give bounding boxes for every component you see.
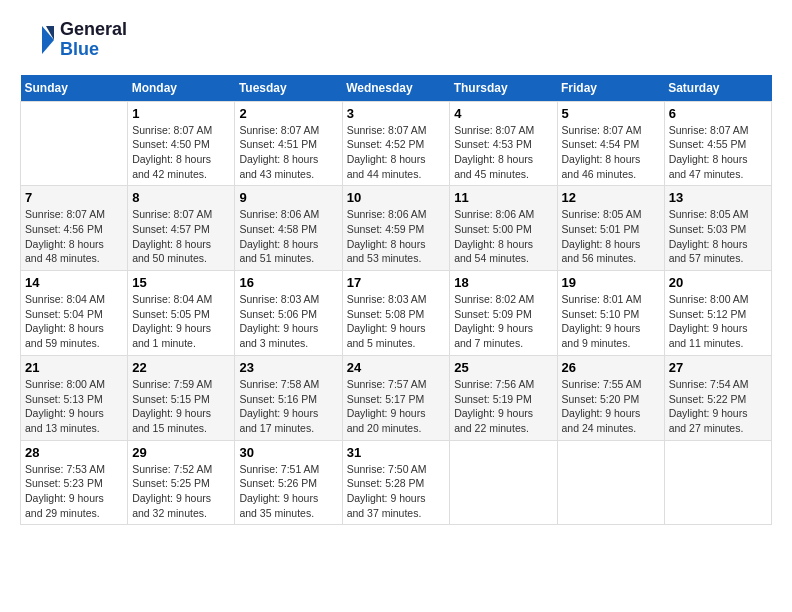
calendar-cell: 12Sunrise: 8:05 AM Sunset: 5:01 PM Dayli… (557, 186, 664, 271)
calendar-week-1: 1Sunrise: 8:07 AM Sunset: 4:50 PM Daylig… (21, 101, 772, 186)
day-number: 10 (347, 190, 446, 205)
calendar-cell: 18Sunrise: 8:02 AM Sunset: 5:09 PM Dayli… (450, 271, 557, 356)
day-header-monday: Monday (128, 75, 235, 102)
day-info: Sunrise: 8:07 AM Sunset: 4:50 PM Dayligh… (132, 123, 230, 182)
calendar-cell: 14Sunrise: 8:04 AM Sunset: 5:04 PM Dayli… (21, 271, 128, 356)
day-info: Sunrise: 8:05 AM Sunset: 5:01 PM Dayligh… (562, 207, 660, 266)
logo: General Blue (20, 20, 127, 60)
day-info: Sunrise: 8:07 AM Sunset: 4:51 PM Dayligh… (239, 123, 337, 182)
day-number: 18 (454, 275, 552, 290)
calendar-cell: 16Sunrise: 8:03 AM Sunset: 5:06 PM Dayli… (235, 271, 342, 356)
day-info: Sunrise: 8:07 AM Sunset: 4:56 PM Dayligh… (25, 207, 123, 266)
day-number: 13 (669, 190, 767, 205)
calendar-cell (664, 440, 771, 525)
day-number: 12 (562, 190, 660, 205)
day-number: 1 (132, 106, 230, 121)
day-info: Sunrise: 8:00 AM Sunset: 5:12 PM Dayligh… (669, 292, 767, 351)
day-number: 15 (132, 275, 230, 290)
day-info: Sunrise: 7:51 AM Sunset: 5:26 PM Dayligh… (239, 462, 337, 521)
day-number: 7 (25, 190, 123, 205)
day-info: Sunrise: 8:07 AM Sunset: 4:55 PM Dayligh… (669, 123, 767, 182)
day-number: 22 (132, 360, 230, 375)
calendar-cell: 13Sunrise: 8:05 AM Sunset: 5:03 PM Dayli… (664, 186, 771, 271)
calendar-cell: 31Sunrise: 7:50 AM Sunset: 5:28 PM Dayli… (342, 440, 450, 525)
calendar-week-5: 28Sunrise: 7:53 AM Sunset: 5:23 PM Dayli… (21, 440, 772, 525)
day-number: 20 (669, 275, 767, 290)
calendar-week-4: 21Sunrise: 8:00 AM Sunset: 5:13 PM Dayli… (21, 355, 772, 440)
day-info: Sunrise: 8:07 AM Sunset: 4:57 PM Dayligh… (132, 207, 230, 266)
calendar-cell: 3Sunrise: 8:07 AM Sunset: 4:52 PM Daylig… (342, 101, 450, 186)
calendar-cell: 23Sunrise: 7:58 AM Sunset: 5:16 PM Dayli… (235, 355, 342, 440)
calendar-cell (450, 440, 557, 525)
calendar-cell: 30Sunrise: 7:51 AM Sunset: 5:26 PM Dayli… (235, 440, 342, 525)
day-info: Sunrise: 8:07 AM Sunset: 4:52 PM Dayligh… (347, 123, 446, 182)
day-info: Sunrise: 7:55 AM Sunset: 5:20 PM Dayligh… (562, 377, 660, 436)
day-number: 17 (347, 275, 446, 290)
calendar-cell: 22Sunrise: 7:59 AM Sunset: 5:15 PM Dayli… (128, 355, 235, 440)
day-number: 25 (454, 360, 552, 375)
day-info: Sunrise: 8:06 AM Sunset: 5:00 PM Dayligh… (454, 207, 552, 266)
day-header-friday: Friday (557, 75, 664, 102)
day-info: Sunrise: 7:53 AM Sunset: 5:23 PM Dayligh… (25, 462, 123, 521)
day-number: 6 (669, 106, 767, 121)
logo-text: General Blue (60, 20, 127, 60)
day-number: 11 (454, 190, 552, 205)
day-info: Sunrise: 8:05 AM Sunset: 5:03 PM Dayligh… (669, 207, 767, 266)
calendar-cell: 28Sunrise: 7:53 AM Sunset: 5:23 PM Dayli… (21, 440, 128, 525)
calendar-cell: 2Sunrise: 8:07 AM Sunset: 4:51 PM Daylig… (235, 101, 342, 186)
day-number: 9 (239, 190, 337, 205)
day-number: 2 (239, 106, 337, 121)
calendar-cell: 1Sunrise: 8:07 AM Sunset: 4:50 PM Daylig… (128, 101, 235, 186)
day-info: Sunrise: 7:56 AM Sunset: 5:19 PM Dayligh… (454, 377, 552, 436)
day-number: 4 (454, 106, 552, 121)
day-info: Sunrise: 8:01 AM Sunset: 5:10 PM Dayligh… (562, 292, 660, 351)
day-info: Sunrise: 8:00 AM Sunset: 5:13 PM Dayligh… (25, 377, 123, 436)
day-info: Sunrise: 8:02 AM Sunset: 5:09 PM Dayligh… (454, 292, 552, 351)
day-number: 16 (239, 275, 337, 290)
calendar-cell: 19Sunrise: 8:01 AM Sunset: 5:10 PM Dayli… (557, 271, 664, 356)
page-header: General Blue (20, 20, 772, 60)
day-number: 30 (239, 445, 337, 460)
day-number: 28 (25, 445, 123, 460)
calendar-cell: 7Sunrise: 8:07 AM Sunset: 4:56 PM Daylig… (21, 186, 128, 271)
calendar-cell: 24Sunrise: 7:57 AM Sunset: 5:17 PM Dayli… (342, 355, 450, 440)
day-info: Sunrise: 7:54 AM Sunset: 5:22 PM Dayligh… (669, 377, 767, 436)
day-info: Sunrise: 8:03 AM Sunset: 5:06 PM Dayligh… (239, 292, 337, 351)
day-info: Sunrise: 7:52 AM Sunset: 5:25 PM Dayligh… (132, 462, 230, 521)
day-number: 31 (347, 445, 446, 460)
day-number: 21 (25, 360, 123, 375)
calendar-cell: 26Sunrise: 7:55 AM Sunset: 5:20 PM Dayli… (557, 355, 664, 440)
day-number: 26 (562, 360, 660, 375)
day-header-sunday: Sunday (21, 75, 128, 102)
calendar-cell: 9Sunrise: 8:06 AM Sunset: 4:58 PM Daylig… (235, 186, 342, 271)
day-number: 29 (132, 445, 230, 460)
day-number: 19 (562, 275, 660, 290)
day-info: Sunrise: 8:04 AM Sunset: 5:04 PM Dayligh… (25, 292, 123, 351)
day-number: 8 (132, 190, 230, 205)
calendar-cell: 29Sunrise: 7:52 AM Sunset: 5:25 PM Dayli… (128, 440, 235, 525)
calendar-week-2: 7Sunrise: 8:07 AM Sunset: 4:56 PM Daylig… (21, 186, 772, 271)
day-number: 3 (347, 106, 446, 121)
calendar-cell: 6Sunrise: 8:07 AM Sunset: 4:55 PM Daylig… (664, 101, 771, 186)
day-number: 5 (562, 106, 660, 121)
day-info: Sunrise: 8:06 AM Sunset: 4:59 PM Dayligh… (347, 207, 446, 266)
day-header-thursday: Thursday (450, 75, 557, 102)
day-number: 23 (239, 360, 337, 375)
calendar-cell: 4Sunrise: 8:07 AM Sunset: 4:53 PM Daylig… (450, 101, 557, 186)
day-info: Sunrise: 7:50 AM Sunset: 5:28 PM Dayligh… (347, 462, 446, 521)
calendar-cell: 5Sunrise: 8:07 AM Sunset: 4:54 PM Daylig… (557, 101, 664, 186)
day-number: 27 (669, 360, 767, 375)
calendar-cell: 20Sunrise: 8:00 AM Sunset: 5:12 PM Dayli… (664, 271, 771, 356)
day-info: Sunrise: 7:58 AM Sunset: 5:16 PM Dayligh… (239, 377, 337, 436)
day-header-tuesday: Tuesday (235, 75, 342, 102)
day-info: Sunrise: 8:03 AM Sunset: 5:08 PM Dayligh… (347, 292, 446, 351)
day-info: Sunrise: 7:57 AM Sunset: 5:17 PM Dayligh… (347, 377, 446, 436)
calendar-cell: 8Sunrise: 8:07 AM Sunset: 4:57 PM Daylig… (128, 186, 235, 271)
calendar-cell (557, 440, 664, 525)
day-number: 24 (347, 360, 446, 375)
day-header-wednesday: Wednesday (342, 75, 450, 102)
logo-icon (20, 22, 56, 58)
calendar-cell (21, 101, 128, 186)
day-header-saturday: Saturday (664, 75, 771, 102)
day-info: Sunrise: 8:07 AM Sunset: 4:53 PM Dayligh… (454, 123, 552, 182)
